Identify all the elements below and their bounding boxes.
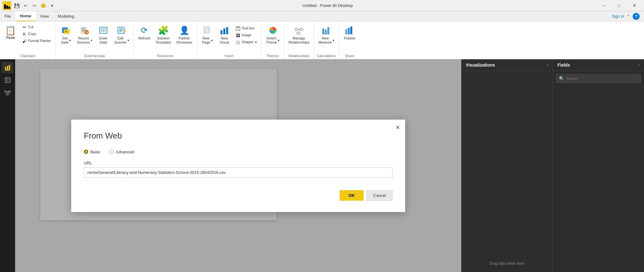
shapes-dropdown-icon: ▾ <box>255 41 257 44</box>
ok-button[interactable]: OK <box>340 190 364 201</box>
recent-sources-dropdown-icon: ▾ <box>91 39 92 42</box>
switch-theme-button[interactable]: SwitchTheme ▾ <box>264 24 281 46</box>
svg-text:+: + <box>329 26 331 30</box>
get-data-button[interactable]: + GetData ▾ <box>58 24 74 46</box>
maximize-button[interactable]: □ <box>612 0 626 11</box>
edit-queries-button[interactable]: EditQueries ▾ <box>112 24 131 46</box>
ribbon-group-relationships: ManageRelationships Relationships <box>284 23 314 59</box>
new-page-button[interactable]: NewPage ▾ <box>199 24 215 46</box>
new-page-dropdown-icon: ▾ <box>211 39 213 42</box>
insert-label: Insert <box>199 53 259 58</box>
ribbon-group-resources: ⟳ Refresh 🧩 SolutionTemplates 👤 PartnerS… <box>134 23 197 59</box>
relationships-label: Relationships <box>287 53 311 58</box>
enter-data-button[interactable]: EnterData <box>95 24 111 46</box>
new-page-icon <box>202 25 212 35</box>
drag-hint: Drag data fields here <box>461 261 553 266</box>
ribbon: 📋 Paste ✂ Cut ⎘ Copy 🖌 Format Painter Cl… <box>0 21 644 59</box>
recent-sources-button[interactable]: ⟳ RecentSources ▾ <box>75 24 94 46</box>
external-data-label: External data <box>58 53 131 58</box>
help-button[interactable]: ? <box>633 13 640 20</box>
refresh-button[interactable]: ⟳ Refresh <box>136 24 152 42</box>
dialog-close-button[interactable]: ✕ <box>395 124 400 131</box>
basic-radio-label[interactable]: Basic <box>84 150 101 154</box>
cut-button[interactable]: ✂ Cut <box>20 24 53 30</box>
svg-rect-34 <box>295 28 298 31</box>
text-box-icon: 🅃 <box>235 26 240 31</box>
svg-rect-46 <box>350 27 352 34</box>
svg-rect-44 <box>345 29 347 34</box>
manage-relationships-button[interactable]: ManageRelationships <box>287 24 311 46</box>
menu-home[interactable]: Home <box>15 11 36 21</box>
menu-modeling[interactable]: Modeling <box>53 11 79 21</box>
advanced-radio-label[interactable]: Advanced <box>109 150 134 154</box>
minimize-button[interactable]: ─ <box>597 0 611 11</box>
svg-rect-3 <box>4 3 10 4</box>
shapes-icon: ⬡ <box>235 40 240 45</box>
svg-rect-31 <box>226 27 228 34</box>
fields-chevron[interactable]: › <box>638 63 640 67</box>
publish-button[interactable]: Publish <box>342 24 357 42</box>
url-input[interactable] <box>84 167 393 178</box>
ribbon-group-themes: SwitchTheme ▾ Themes <box>262 23 284 59</box>
solution-templates-button[interactable]: 🧩 SolutionTemplates <box>153 24 173 46</box>
svg-rect-29 <box>221 30 222 34</box>
canvas-area: ✕ From Web Basic Advanced URL OK <box>15 59 461 272</box>
menu-file[interactable]: File <box>0 11 15 21</box>
sidebar-data-icon[interactable] <box>2 74 13 86</box>
chevron-up-icon: ⌃ <box>627 14 630 19</box>
copy-button[interactable]: ⎘ Copy <box>20 31 53 37</box>
calculations-label: Calculations <box>317 53 336 58</box>
undo-icon[interactable]: ↩ <box>22 2 29 9</box>
visualizations-panel: Visualizations › Drag data fields here <box>461 59 553 272</box>
image-button[interactable]: 🖼 Image <box>233 32 259 38</box>
ribbon-group-share: Publish Share <box>339 23 360 59</box>
svg-rect-14 <box>101 28 102 30</box>
svg-rect-40 <box>325 30 327 34</box>
solution-templates-icon: 🧩 <box>158 25 168 35</box>
advanced-radio[interactable] <box>109 150 114 154</box>
edit-queries-dropdown-icon: ▾ <box>128 39 129 42</box>
svg-rect-39 <box>322 28 324 34</box>
sidebar-relationships-icon[interactable] <box>2 87 13 98</box>
svg-rect-38 <box>297 32 300 34</box>
paste-button[interactable]: 📋 Paste <box>3 24 19 41</box>
svg-rect-0 <box>4 4 6 9</box>
svg-rect-57 <box>9 91 10 92</box>
redo-icon[interactable]: ↪ <box>31 2 38 9</box>
themes-label: Themes <box>264 53 281 58</box>
svg-rect-1 <box>6 6 8 9</box>
new-measure-dropdown-icon: ▾ <box>333 39 334 42</box>
svg-rect-2 <box>9 7 10 9</box>
dropdown-icon[interactable]: ▾ <box>49 2 55 9</box>
text-box-button[interactable]: 🅃 Text box <box>233 25 259 32</box>
svg-rect-15 <box>103 28 104 30</box>
close-button[interactable]: ✕ <box>627 0 641 11</box>
fields-title: Fields <box>557 62 570 68</box>
image-icon: 🖼 <box>235 33 240 38</box>
svg-rect-17 <box>101 30 102 32</box>
fields-search-box[interactable]: 🔍 <box>556 74 641 83</box>
sidebar-report-icon[interactable] <box>2 62 13 73</box>
basic-radio[interactable] <box>84 150 88 154</box>
sign-in-button[interactable]: Sign in ⌃ ? <box>607 11 644 21</box>
new-measure-button[interactable]: + NewMeasure ▾ <box>317 24 336 46</box>
edit-queries-icon <box>117 25 127 35</box>
new-visual-button[interactable]: NewVisual <box>216 24 232 46</box>
fields-search-input[interactable] <box>566 76 638 81</box>
main-area: ✕ From Web Basic Advanced URL OK <box>0 59 644 272</box>
menu-view[interactable]: View <box>36 11 53 21</box>
switch-theme-icon <box>268 25 278 35</box>
visualizations-chevron[interactable]: › <box>547 63 548 67</box>
window-controls: ─ □ ✕ <box>597 0 641 11</box>
format-painter-button[interactable]: 🖌 Format Painter <box>20 38 53 44</box>
svg-rect-56 <box>5 91 7 92</box>
shapes-button[interactable]: ⬡ Shapes ▾ <box>233 39 259 45</box>
partner-showcase-icon: 👤 <box>179 25 189 35</box>
svg-rect-16 <box>105 28 106 30</box>
emoji-icon[interactable]: 🙂 <box>40 2 47 9</box>
enter-data-icon <box>98 25 108 35</box>
partner-showcase-button[interactable]: 👤 PartnerShowcase <box>174 24 194 46</box>
format-painter-icon: 🖌 <box>22 38 27 44</box>
save-icon[interactable]: 💾 <box>13 2 20 9</box>
cancel-button[interactable]: Cancel <box>367 190 393 201</box>
